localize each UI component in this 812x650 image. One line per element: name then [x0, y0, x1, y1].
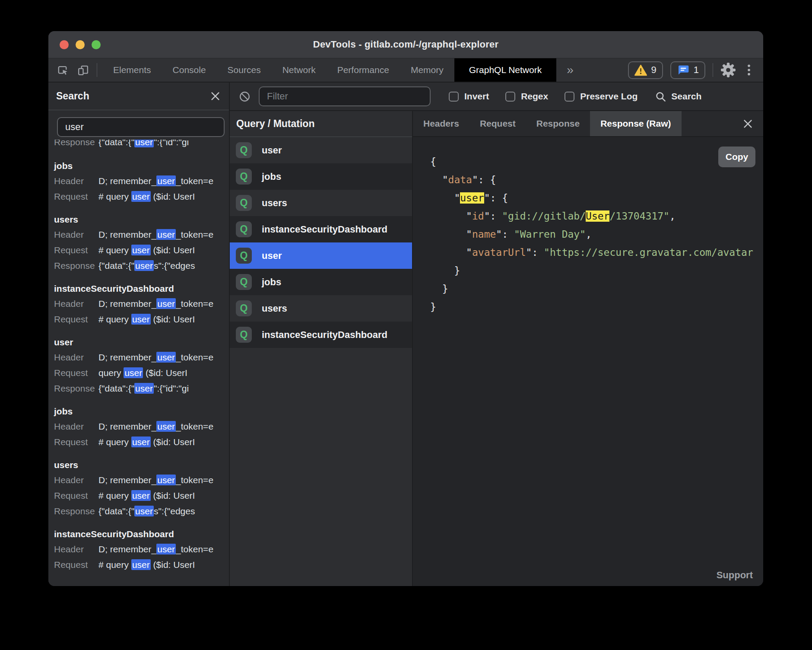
- network-search-label: Search: [671, 91, 701, 102]
- checkbox-box: [505, 92, 515, 102]
- search-result-line[interactable]: Request# query user ($id: UserI: [54, 434, 229, 450]
- json-token: id: [472, 210, 484, 222]
- query-row-instancesecuritydashboard[interactable]: QinstanceSecurityDashboard: [230, 322, 412, 348]
- warnings-badge[interactable]: 9: [628, 61, 663, 79]
- json-token: ":: [496, 229, 514, 240]
- search-result-partial: Response{"data":{"user":{"id":"gi: [54, 140, 229, 151]
- support-link[interactable]: Support: [717, 570, 753, 581]
- json-token: ": [430, 192, 460, 204]
- detail-tab-response[interactable]: Response: [526, 111, 590, 136]
- query-row-instancesecuritydashboard[interactable]: QinstanceSecurityDashboard: [230, 216, 412, 242]
- result-line-label: Response: [54, 261, 98, 271]
- messages-badge[interactable]: 1: [670, 61, 705, 79]
- toolbar-right-controls: 9 1: [628, 58, 764, 82]
- json-token: }: [430, 283, 448, 294]
- result-line-label: Request: [54, 368, 98, 378]
- result-line-content: # query user ($id: UserI: [98, 314, 195, 325]
- close-detail-panel-icon[interactable]: [742, 111, 763, 136]
- search-result-line[interactable]: Request# query user ($id: UserI: [54, 189, 229, 204]
- message-bubble-icon: [677, 64, 689, 76]
- result-line-content: D; remember_user_token=e: [98, 176, 213, 186]
- search-result-line[interactable]: HeaderD; remember_user_token=e: [54, 296, 229, 312]
- search-result-line[interactable]: HeaderD; remember_user_token=e: [54, 350, 229, 365]
- search-result-line[interactable]: Request# query user ($id: UserI: [54, 312, 229, 327]
- response-raw-viewer[interactable]: { "data": { "user": { "id": "gid://gitla…: [413, 137, 763, 586]
- checkbox-preserve-log[interactable]: Preserve Log: [565, 91, 638, 102]
- search-result-line[interactable]: HeaderD; remember_user_token=e: [54, 227, 229, 242]
- checkbox-box: [449, 92, 459, 102]
- search-result-line[interactable]: Request# query user ($id: UserI: [54, 488, 229, 503]
- result-line-content: {"data":{"user":{"id":"gi: [98, 383, 189, 394]
- warning-count: 9: [651, 64, 657, 76]
- match-highlight: user: [131, 437, 151, 447]
- search-result-line[interactable]: HeaderD; remember_user_token=e: [54, 542, 229, 557]
- result-line-label: Header: [54, 352, 98, 363]
- query-row-user[interactable]: Quser: [230, 242, 412, 269]
- tab-memory[interactable]: Memory: [400, 58, 454, 82]
- search-result-line[interactable]: HeaderD; remember_user_token=e: [54, 419, 229, 434]
- tab-console[interactable]: Console: [162, 58, 217, 82]
- clear-block-icon[interactable]: [238, 90, 251, 103]
- search-result-line[interactable]: Request# query user ($id: UserI: [54, 557, 229, 573]
- tab-elements[interactable]: Elements: [102, 58, 162, 82]
- search-input[interactable]: [57, 117, 225, 137]
- zoom-window-button[interactable]: [92, 40, 101, 49]
- close-window-button[interactable]: [60, 40, 69, 49]
- json-token: ": [430, 229, 472, 240]
- network-search-toggle[interactable]: Search: [655, 91, 701, 102]
- query-row-users[interactable]: Qusers: [230, 190, 412, 216]
- result-line-content: D; remember_user_token=e: [98, 299, 213, 309]
- query-row-jobs[interactable]: Qjobs: [230, 163, 412, 190]
- filter-bar: InvertRegexPreserve Log Search: [230, 83, 763, 111]
- tab-graphql-network[interactable]: GraphQL Network: [454, 58, 556, 82]
- search-result-line[interactable]: Request# query user ($id: UserI: [54, 242, 229, 258]
- tab-network[interactable]: Network: [272, 58, 327, 82]
- search-result-line[interactable]: HeaderD; remember_user_token=e: [54, 472, 229, 488]
- minimize-window-button[interactable]: [76, 40, 85, 49]
- match-highlight: user: [156, 175, 176, 186]
- checkbox-regex[interactable]: Regex: [505, 91, 548, 102]
- query-row-user[interactable]: Quser: [230, 137, 412, 163]
- network-area: InvertRegexPreserve Log Search Query / M…: [230, 83, 763, 586]
- query-list[interactable]: QuserQjobsQusersQinstanceSecurityDashboa…: [230, 137, 412, 586]
- search-result-line[interactable]: Response{"data":{"user":{"id":"gi: [54, 381, 229, 396]
- tab-performance[interactable]: Performance: [327, 58, 400, 82]
- close-search-panel-icon[interactable]: [209, 90, 221, 102]
- json-token: "Warren Day": [514, 229, 586, 240]
- checkbox-label: Invert: [464, 91, 489, 102]
- result-line-label: Header: [54, 475, 98, 485]
- detail-tab-request[interactable]: Request: [469, 111, 526, 136]
- search-result-line[interactable]: Response{"data":{"user":{"id":"gi: [54, 140, 229, 150]
- search-results-list[interactable]: Response{"data":{"user":{"id":"gijobsHea…: [48, 140, 229, 586]
- devtools-tab-list: ElementsConsoleSourcesNetworkPerformance…: [102, 58, 454, 82]
- search-result-line[interactable]: Requestquery user ($id: UserI: [54, 365, 229, 381]
- result-line-label: Request: [54, 437, 98, 447]
- result-line-label: Request: [54, 314, 98, 325]
- result-line-label: Request: [54, 191, 98, 202]
- search-result-line[interactable]: Response{"data":{"users":{"edges: [54, 503, 229, 519]
- kebab-menu-icon[interactable]: [743, 64, 755, 76]
- filter-input[interactable]: [259, 86, 431, 106]
- search-input-wrap: [48, 110, 229, 140]
- query-row-label: jobs: [262, 277, 281, 288]
- copy-button[interactable]: Copy: [718, 147, 755, 167]
- detail-tab-headers[interactable]: Headers: [413, 111, 469, 136]
- settings-gear-icon[interactable]: [720, 62, 736, 78]
- more-tabs-chevron-icon[interactable]: »: [556, 58, 584, 82]
- query-row-label: user: [262, 145, 282, 156]
- detail-tab-response-raw-[interactable]: Response (Raw): [590, 111, 681, 136]
- warning-icon: [634, 64, 647, 76]
- search-result-line[interactable]: HeaderD; remember_user_token=e: [54, 173, 229, 189]
- search-result-line[interactable]: Response{"data":{"users":{"edges: [54, 258, 229, 274]
- match-highlight: user: [156, 544, 176, 554]
- checkbox-invert[interactable]: Invert: [449, 91, 489, 102]
- query-row-jobs[interactable]: Qjobs: [230, 269, 412, 295]
- query-row-users[interactable]: Qusers: [230, 295, 412, 322]
- result-line-content: {"data":{"users":{"edges: [98, 261, 195, 271]
- device-toolbar-icon[interactable]: [76, 64, 90, 77]
- result-line-content: {"data":{"users":{"edges: [98, 506, 195, 516]
- tab-sources[interactable]: Sources: [217, 58, 272, 82]
- search-match-highlight: user: [460, 192, 484, 204]
- inspect-element-icon[interactable]: [56, 64, 70, 77]
- result-line-label: Request: [54, 245, 98, 255]
